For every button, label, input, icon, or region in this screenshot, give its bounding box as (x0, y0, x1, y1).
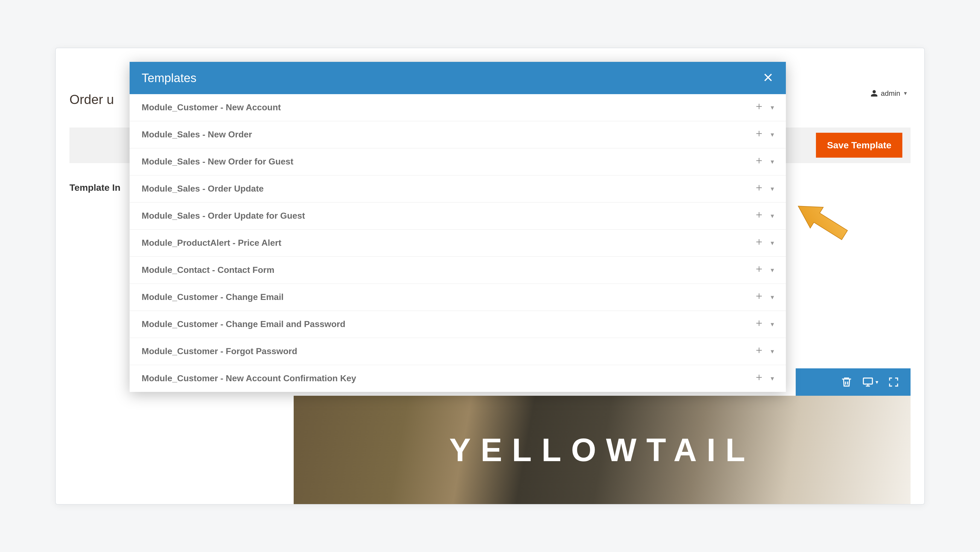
row-actions: ▾ (755, 102, 774, 113)
templates-modal: Templates Module_Customer - New Account … (130, 62, 786, 392)
template-row[interactable]: Module_Customer - Change Email and Passw… (130, 311, 786, 338)
template-row[interactable]: Module_Customer - New Account Confirmati… (130, 365, 786, 392)
template-row[interactable]: Module_Sales - New Order ▾ (130, 121, 786, 148)
add-button[interactable] (755, 319, 763, 330)
template-row[interactable]: Module_Sales - Order Update for Guest ▾ (130, 203, 786, 230)
dropdown-button[interactable]: ▾ (771, 185, 774, 192)
template-label: Module_Contact - Contact Form (142, 265, 274, 275)
close-icon (762, 72, 774, 83)
plus-icon (755, 183, 763, 192)
row-actions: ▾ (755, 319, 774, 330)
template-row[interactable]: Module_Sales - New Order for Guest ▾ (130, 148, 786, 175)
template-label: Module_Customer - New Account (142, 102, 281, 112)
hero-text: YELLOWTAIL (449, 431, 755, 469)
template-label: Module_Sales - New Order for Guest (142, 156, 293, 167)
fullscreen-button[interactable] (888, 376, 900, 388)
desktop-icon (862, 376, 874, 388)
template-row[interactable]: Module_Contact - Contact Form ▾ (130, 257, 786, 284)
close-button[interactable] (762, 72, 774, 84)
hero-image: YELLOWTAIL (294, 396, 910, 504)
page-title: Order u (70, 92, 114, 107)
add-button[interactable] (755, 346, 763, 357)
editor-toolbar: ▾ (796, 369, 910, 396)
template-row[interactable]: Module_Customer - New Account ▾ (130, 94, 786, 121)
expand-icon (888, 376, 900, 388)
plus-icon (755, 346, 763, 354)
template-list: Module_Customer - New Account ▾ Module_S… (130, 94, 786, 392)
save-template-button[interactable]: Save Template (816, 133, 902, 158)
row-actions: ▾ (755, 373, 774, 384)
add-button[interactable] (755, 183, 763, 194)
add-button[interactable] (755, 238, 763, 248)
add-button[interactable] (755, 102, 763, 113)
preview-button[interactable]: ▾ (862, 376, 878, 388)
template-label: Module_Customer - Change Email (142, 292, 283, 302)
dropdown-button[interactable]: ▾ (771, 348, 774, 355)
dropdown-button[interactable]: ▾ (771, 131, 774, 138)
plus-icon (755, 373, 763, 381)
plus-icon (755, 129, 763, 138)
template-label: Module_ProductAlert - Price Alert (142, 238, 282, 248)
template-row[interactable]: Module_Customer - Change Email ▾ (130, 284, 786, 311)
row-actions: ▾ (755, 211, 774, 221)
plus-icon (755, 319, 763, 327)
add-button[interactable] (755, 129, 763, 140)
template-label: Module_Customer - New Account Confirmati… (142, 373, 356, 383)
plus-icon (755, 156, 763, 165)
dropdown-button[interactable]: ▾ (771, 321, 774, 328)
dropdown-button[interactable]: ▾ (771, 212, 774, 220)
plus-icon (755, 102, 763, 110)
trash-icon (840, 376, 853, 388)
template-label: Module_Sales - Order Update for Guest (142, 211, 305, 221)
row-actions: ▾ (755, 265, 774, 275)
row-actions: ▾ (755, 183, 774, 194)
plus-icon (755, 238, 763, 246)
dropdown-button[interactable]: ▾ (771, 104, 774, 111)
template-label: Module_Sales - New Order (142, 129, 252, 140)
admin-user-menu[interactable]: admin ▼ (870, 89, 908, 98)
row-actions: ▾ (755, 129, 774, 140)
plus-icon (755, 211, 763, 219)
template-row[interactable]: Module_Customer - Forgot Password ▾ (130, 338, 786, 365)
svg-marker-1 (792, 196, 851, 245)
row-actions: ▾ (755, 238, 774, 248)
add-button[interactable] (755, 373, 763, 384)
dropdown-button[interactable]: ▾ (771, 239, 774, 247)
template-label: Module_Customer - Forgot Password (142, 346, 297, 356)
template-row[interactable]: Module_Sales - Order Update ▾ (130, 175, 786, 203)
row-actions: ▾ (755, 156, 774, 167)
template-row[interactable]: Module_ProductAlert - Price Alert ▾ (130, 230, 786, 257)
row-actions: ▾ (755, 292, 774, 302)
plus-icon (755, 265, 763, 273)
template-label: Module_Customer - Change Email and Passw… (142, 319, 345, 329)
add-button[interactable] (755, 156, 763, 167)
svg-rect-0 (864, 378, 873, 384)
template-label: Module_Sales - Order Update (142, 183, 264, 194)
admin-page: Order u admin ▼ Save Template Template I… (55, 48, 925, 505)
add-button[interactable] (755, 265, 763, 275)
caret-down-icon: ▾ (875, 379, 878, 385)
user-icon (870, 89, 878, 97)
modal-header: Templates (130, 62, 786, 94)
section-label: Template In (70, 182, 120, 193)
dropdown-button[interactable]: ▾ (771, 266, 774, 274)
add-button[interactable] (755, 292, 763, 302)
caret-down-icon: ▼ (903, 91, 908, 96)
annotation-arrow-icon (789, 196, 854, 245)
dropdown-button[interactable]: ▾ (771, 294, 774, 301)
plus-icon (755, 292, 763, 300)
dropdown-button[interactable]: ▾ (771, 375, 774, 382)
row-actions: ▾ (755, 346, 774, 357)
add-button[interactable] (755, 211, 763, 221)
delete-button[interactable] (840, 376, 853, 388)
dropdown-button[interactable]: ▾ (771, 158, 774, 165)
admin-username: admin (881, 89, 900, 98)
modal-title: Templates (142, 71, 197, 85)
